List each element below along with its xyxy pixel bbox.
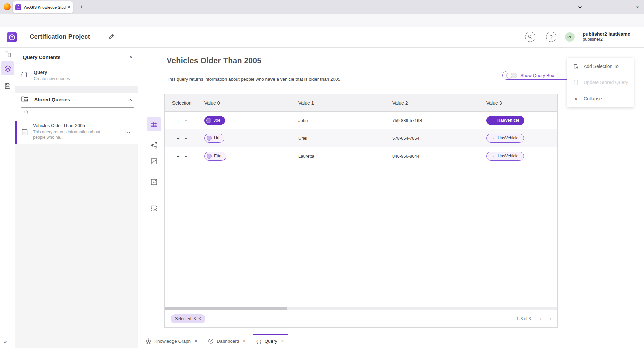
relationship-chip[interactable]: →HasVehicle <box>486 152 524 161</box>
selected-count-label: Selected: 3 <box>175 316 196 321</box>
relationship-chip[interactable]: →HasVehicle <box>486 134 524 143</box>
show-query-box-toggle[interactable]: Show Query Box <box>502 71 573 80</box>
remove-from-selection-button[interactable]: − <box>185 118 188 123</box>
table-view-icon[interactable] <box>150 120 158 128</box>
window-minimize-button[interactable] <box>599 0 614 14</box>
user-name: publisher2 lastName <box>583 32 630 37</box>
remove-from-selection-button[interactable]: − <box>185 136 188 141</box>
tab-query[interactable]: { }Query✕ <box>251 334 289 348</box>
new-tab-button[interactable]: + <box>77 3 85 11</box>
query-description: This query returns information about peo… <box>167 77 342 82</box>
stored-query-item[interactable]: Vehicles Older Than 2005 This query retu… <box>15 121 138 144</box>
entity-chip[interactable]: Etta <box>204 152 226 161</box>
arrow-right-icon: → <box>490 136 495 140</box>
tab-dashboard[interactable]: Dashboard✕ <box>203 334 251 348</box>
firefox-icon[interactable] <box>4 3 11 10</box>
tab-close-icon[interactable]: ✕ <box>281 339 284 343</box>
add-to-selection-button[interactable]: + <box>177 154 180 159</box>
cell-value-1: Uriel <box>293 129 387 147</box>
remove-from-selection-button[interactable]: − <box>185 154 188 159</box>
link-chart-icon[interactable] <box>150 141 158 149</box>
tab-close-icon[interactable]: ✕ <box>243 339 246 343</box>
query-item-label: Query <box>34 70 47 75</box>
entity-label: Etta <box>214 154 221 158</box>
tab-knowledge-graph[interactable]: Knowledge Graph✕ <box>140 334 203 348</box>
show-query-box-label: Show Query Box <box>520 73 554 78</box>
save-icon[interactable] <box>4 82 12 90</box>
stored-queries-search[interactable] <box>21 107 134 117</box>
previous-page-icon[interactable]: ‹ <box>540 316 542 322</box>
layers-icon[interactable] <box>4 64 12 72</box>
braces-icon: { } <box>21 71 28 78</box>
app-header: Certification Project ? PL publisher2 la… <box>0 27 644 48</box>
tab-close-icon[interactable]: ✕ <box>194 339 197 343</box>
query-contents-panel: Query Contents ✕ { } Query Create new qu… <box>15 48 138 348</box>
add-to-selection-button[interactable]: + <box>177 136 180 141</box>
chevron-up-icon[interactable] <box>128 97 133 103</box>
map-icon[interactable] <box>150 157 158 165</box>
search-button[interactable] <box>525 32 535 42</box>
relationship-label: HasVehicle <box>498 154 519 158</box>
panel-title: Query Contents <box>23 54 61 60</box>
table-footer: Selected: 3 ✕ 1-3 of 3 ‹ › <box>165 310 557 327</box>
section-divider <box>15 86 138 93</box>
selected-count-badge[interactable]: Selected: 3 ✕ <box>171 314 205 323</box>
stored-queries-list-background <box>15 144 138 348</box>
cell-value-2: 846-956-8644 <box>387 147 481 165</box>
bottom-tab-bar: Knowledge Graph✕Dashboard✕{ }Query✕ <box>138 334 644 348</box>
browser-tab[interactable]: ArcGIS Knowledge Studio ✕ <box>13 1 73 13</box>
menu-item-update-stored-query: { }Update Stored Query <box>567 74 634 91</box>
tab-label: Query <box>265 339 277 344</box>
user-avatar[interactable]: PL <box>565 32 575 42</box>
horizontal-scrollbar[interactable] <box>165 307 557 310</box>
select-area-icon[interactable] <box>150 204 158 212</box>
search-icon <box>24 110 29 115</box>
edit-project-title-icon[interactable] <box>108 33 115 41</box>
window-maximize-button[interactable] <box>615 0 630 14</box>
column-header-value-3[interactable]: Value 3 <box>481 94 557 111</box>
menu-item-collapse[interactable]: »Collapse <box>567 91 634 107</box>
search-input[interactable] <box>31 110 131 115</box>
new-map-icon[interactable] <box>150 178 158 186</box>
entity-dot-icon <box>206 118 211 123</box>
stored-queries-title: Stored Queries <box>34 97 70 102</box>
add-to-selection-button[interactable]: + <box>177 118 180 123</box>
dashboard-icon <box>208 338 214 344</box>
add-selection-icon <box>573 63 579 69</box>
list-tabs-chevron-icon[interactable] <box>575 0 585 14</box>
scrollbar-thumb[interactable] <box>165 307 287 310</box>
stored-queries-header[interactable]: Stored Queries <box>15 93 138 107</box>
toggle-knob[interactable] <box>506 73 512 78</box>
stored-query-description: This query returns information about peo… <box>33 129 100 140</box>
entity-chip[interactable]: Joe <box>204 116 225 125</box>
column-header-value-2[interactable]: Value 2 <box>387 94 481 111</box>
tab-close-icon[interactable]: ✕ <box>68 5 70 9</box>
stored-query-document-icon <box>21 129 28 137</box>
cell-value-2: 578-654-7854 <box>387 129 481 147</box>
data-model-icon[interactable] <box>4 50 12 58</box>
browser-nav-bar: https://dev0028833.esri.com/portal/apps/… <box>0 14 644 27</box>
knowledge-graph-icon <box>146 338 151 344</box>
left-rail: » <box>0 48 15 348</box>
next-page-icon[interactable]: › <box>549 316 551 322</box>
menu-item-label: Add Selection To <box>584 64 619 69</box>
entity-chip[interactable]: Uri <box>204 134 224 143</box>
item-options-icon[interactable]: ⋯ <box>125 129 131 136</box>
clear-selection-icon[interactable]: ✕ <box>198 316 201 321</box>
column-header-selection[interactable]: Selection <box>165 94 199 111</box>
column-header-value-0[interactable]: Value 0 <box>199 94 293 111</box>
relationship-chip[interactable]: →HasVehicle <box>486 116 524 125</box>
project-title: Certification Project <box>30 33 90 40</box>
query-item[interactable]: { } Query Create new queries <box>15 66 138 86</box>
tab-label: Dashboard <box>217 339 239 344</box>
user-menu[interactable]: publisher2 lastName publisher2 <box>583 32 630 42</box>
query-item-sublabel: Create new queries <box>34 76 70 81</box>
expand-rail-icon[interactable]: » <box>4 338 7 344</box>
panel-close-icon[interactable]: ✕ <box>129 54 133 59</box>
entity-dot-icon <box>207 136 212 141</box>
help-button[interactable]: ? <box>546 32 556 42</box>
column-header-value-1[interactable]: Value 1 <box>293 94 387 111</box>
menu-item-add-selection-to[interactable]: Add Selection To <box>567 58 634 74</box>
toggle-track[interactable] <box>507 73 517 78</box>
window-close-button[interactable]: ✕ <box>631 0 644 14</box>
